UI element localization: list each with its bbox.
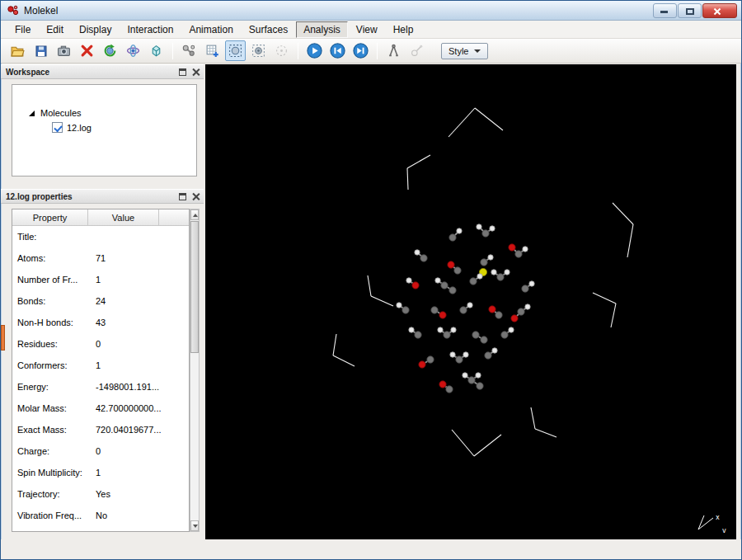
- property-row[interactable]: Title:: [12, 226, 189, 247]
- atom-h[interactable]: [435, 278, 440, 283]
- atom-h[interactable]: [406, 278, 411, 283]
- measure-distance-button[interactable]: [383, 40, 404, 61]
- atom-h[interactable]: [491, 270, 496, 275]
- atom-h[interactable]: [438, 327, 443, 332]
- scrollbar-thumb[interactable]: [190, 221, 199, 353]
- atom-h[interactable]: [492, 348, 497, 353]
- tree-node-molecule-file[interactable]: 12.log: [12, 122, 196, 133]
- atom-h[interactable]: [451, 327, 456, 332]
- tree-expand-icon[interactable]: [29, 111, 35, 116]
- style-dropdown[interactable]: Style: [441, 43, 488, 59]
- atom-h[interactable]: [505, 270, 510, 275]
- close-dock-icon[interactable]: [191, 68, 200, 77]
- property-row[interactable]: Trajectory:Yes: [12, 483, 189, 505]
- menu-item-animation[interactable]: Animation: [181, 21, 240, 38]
- property-row[interactable]: Energy:-1498001.191...: [12, 376, 189, 398]
- atom-c[interactable]: [444, 332, 450, 338]
- close-button[interactable]: [702, 3, 737, 18]
- property-row[interactable]: Atoms:71: [12, 247, 189, 269]
- atom-h[interactable]: [476, 373, 481, 378]
- save-button[interactable]: [31, 40, 51, 61]
- menu-item-display[interactable]: Display: [72, 21, 119, 38]
- atom-h[interactable]: [488, 255, 493, 260]
- property-row[interactable]: Non-H bonds:43: [12, 312, 189, 333]
- next-frame-button[interactable]: [350, 40, 371, 61]
- atom-c[interactable]: [402, 307, 409, 313]
- properties-dock-title[interactable]: 12.log properties: [1, 189, 204, 204]
- property-row[interactable]: Conformers:1: [12, 355, 189, 376]
- property-row[interactable]: Molar Mass:42.700000000...: [12, 398, 189, 419]
- atom-o[interactable]: [419, 361, 425, 368]
- picking-mode-button[interactable]: [225, 40, 246, 61]
- atom-c[interactable]: [446, 386, 453, 393]
- atom-o[interactable]: [489, 306, 495, 313]
- scroll-down-icon[interactable]: [190, 520, 199, 531]
- property-row[interactable]: Vibration Freq...No: [12, 505, 189, 526]
- refresh-molecule-button[interactable]: [100, 40, 120, 61]
- column-header-value[interactable]: Value: [88, 209, 159, 225]
- atom-c[interactable]: [449, 234, 456, 241]
- snapshot-button[interactable]: [54, 40, 74, 61]
- play-animation-button[interactable]: [304, 40, 325, 61]
- atom-c[interactable]: [477, 383, 483, 389]
- maximize-button[interactable]: [678, 3, 702, 18]
- atom-h[interactable]: [463, 352, 468, 357]
- atom-c[interactable]: [454, 267, 461, 274]
- close-dock-icon[interactable]: [191, 192, 200, 201]
- menu-item-help[interactable]: Help: [386, 21, 421, 38]
- atom-c[interactable]: [481, 259, 487, 266]
- float-dock-icon[interactable]: [178, 68, 187, 77]
- atom-c[interactable]: [495, 312, 502, 318]
- atom-o[interactable]: [511, 315, 518, 322]
- delete-button[interactable]: [77, 40, 97, 61]
- workspace-dock-title[interactable]: Workspace: [1, 64, 204, 79]
- atom-h[interactable]: [467, 303, 472, 308]
- atom-h[interactable]: [477, 274, 482, 279]
- atom-c[interactable]: [522, 285, 528, 292]
- atom-c[interactable]: [441, 282, 448, 289]
- atom-c[interactable]: [472, 332, 479, 338]
- atom-c[interactable]: [485, 352, 491, 359]
- docked-tab[interactable]: [1, 325, 5, 351]
- atom-o[interactable]: [509, 244, 515, 251]
- previous-frame-button[interactable]: [327, 40, 348, 61]
- minimize-button[interactable]: [653, 3, 677, 18]
- orbitals-button[interactable]: [123, 40, 143, 61]
- property-row[interactable]: Exact Mass:720.04019677...: [12, 419, 189, 440]
- property-row[interactable]: Charge:0: [12, 440, 189, 462]
- property-row[interactable]: Number of Fr...1: [12, 269, 189, 290]
- menu-item-file[interactable]: File: [7, 21, 38, 38]
- property-row[interactable]: Residues:0: [12, 333, 189, 355]
- atom-c[interactable]: [431, 307, 438, 313]
- molecule-display-button[interactable]: [179, 40, 200, 61]
- molecule-visibility-checkbox[interactable]: [52, 122, 63, 133]
- atom-h[interactable]: [523, 247, 528, 252]
- atom-h[interactable]: [450, 352, 455, 357]
- atom-c[interactable]: [497, 274, 504, 280]
- tree-node-molecules[interactable]: Molecules: [12, 108, 196, 118]
- atom-h[interactable]: [409, 327, 414, 332]
- atom-o[interactable]: [448, 261, 454, 268]
- menu-item-surfaces[interactable]: Surfaces: [242, 21, 295, 38]
- bounding-box-button[interactable]: [146, 40, 167, 61]
- atom-h[interactable]: [415, 250, 420, 255]
- scroll-up-icon[interactable]: [190, 209, 199, 220]
- measure-angle-button[interactable]: [406, 40, 427, 61]
- atom-o[interactable]: [439, 381, 446, 388]
- atom-h[interactable]: [529, 281, 534, 286]
- atom-h[interactable]: [490, 226, 495, 231]
- atom-h[interactable]: [463, 373, 467, 378]
- atom-c[interactable]: [420, 255, 427, 261]
- atom-h[interactable]: [525, 304, 530, 309]
- atom-c[interactable]: [427, 356, 434, 363]
- property-row[interactable]: Bonds:24: [12, 290, 189, 312]
- menu-item-analysis[interactable]: Analysis: [296, 21, 348, 38]
- atom-c[interactable]: [518, 308, 524, 315]
- atom-c[interactable]: [481, 336, 487, 343]
- atom-o[interactable]: [439, 312, 446, 318]
- atom-c[interactable]: [460, 307, 467, 313]
- atom-h[interactable]: [397, 303, 402, 308]
- atom-c[interactable]: [515, 251, 522, 257]
- atom-c[interactable]: [482, 230, 489, 237]
- atom-h[interactable]: [509, 327, 514, 332]
